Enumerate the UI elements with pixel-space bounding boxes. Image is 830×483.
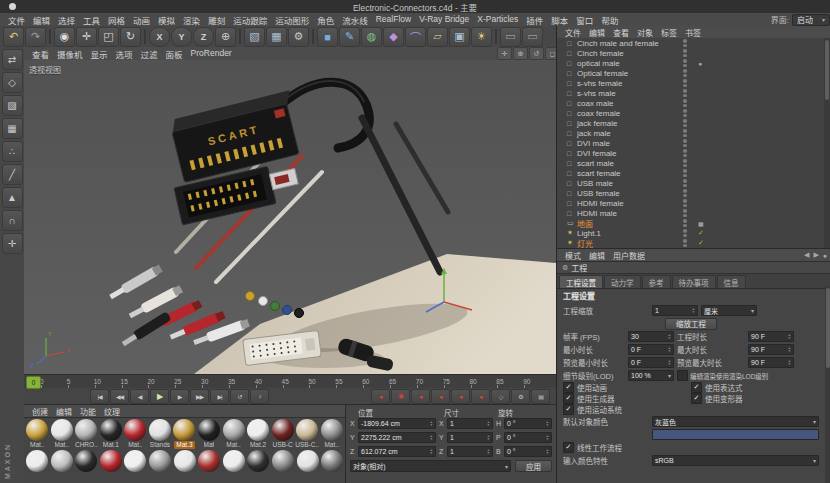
material-sphere-icon[interactable] — [321, 450, 343, 472]
z-axis-button[interactable]: Z — [193, 27, 214, 47]
viewport-menu-item[interactable]: 过滤 — [137, 48, 162, 60]
apple-menu-icon[interactable] — [9, 3, 16, 10]
menu-item[interactable]: 流水线 — [338, 14, 372, 26]
interface-select[interactable]: 启动 ▾ — [792, 14, 830, 26]
checkbox-icon[interactable] — [691, 393, 702, 404]
separator[interactable] — [239, 29, 241, 44]
menu-item[interactable]: 文件 — [4, 14, 29, 26]
stepper-arrows[interactable]: ▲▼ — [786, 334, 791, 340]
visibility-toggles[interactable] — [683, 189, 687, 197]
attribute-checkbox[interactable]: 使用动画 — [563, 382, 691, 393]
checkbox-icon[interactable] — [563, 382, 574, 393]
snap-icon[interactable]: ∩ — [2, 210, 23, 231]
separator[interactable] — [49, 29, 51, 44]
coordinate-system-icon[interactable]: ⊕ — [215, 27, 236, 47]
object-row[interactable]: □ coax female — [557, 108, 825, 118]
attribute-field[interactable]: 90 F▲▼ — [748, 331, 794, 342]
material-sphere-icon[interactable] — [198, 450, 220, 472]
visibility-toggles[interactable] — [683, 159, 687, 167]
visibility-toggles[interactable] — [683, 39, 687, 47]
material-swatch[interactable]: Mat.2 — [246, 419, 271, 449]
object-row[interactable]: □ HDMI female — [557, 198, 825, 208]
goto-end-button[interactable]: ▶| — [210, 389, 229, 404]
pan-view-icon[interactable]: ✛ — [497, 47, 512, 60]
visibility-toggles[interactable] — [683, 49, 687, 57]
object-row[interactable]: □ DVI female — [557, 148, 825, 158]
points-mode-icon[interactable]: ∴ — [2, 141, 23, 162]
material-sphere-icon[interactable] — [100, 450, 122, 472]
visibility-toggles[interactable] — [683, 119, 687, 127]
hud-button[interactable]: ▤ — [531, 389, 550, 404]
visibility-toggles[interactable] — [683, 109, 687, 117]
checkbox-icon[interactable] — [563, 404, 574, 415]
object-row[interactable]: □ USB female — [557, 188, 825, 198]
y-axis-button[interactable]: Y — [171, 27, 192, 47]
material-menu-item[interactable]: 编辑 — [52, 406, 76, 417]
stepper-arrows[interactable]: ▲▼ — [485, 435, 490, 441]
visibility-toggles[interactable] — [683, 149, 687, 157]
redo-icon[interactable]: ↷ — [25, 27, 46, 47]
stepper-arrows[interactable]: ▲▼ — [485, 449, 490, 455]
viewport-menu-item[interactable]: 面板 — [162, 48, 187, 60]
next-key-button[interactable]: ▶▶ — [190, 389, 209, 404]
material-menu-item[interactable]: 纹理 — [100, 406, 124, 417]
material-swatch[interactable]: Mat.1 — [99, 419, 124, 449]
menu-item[interactable]: RealFlow — [372, 14, 415, 26]
material-sphere-icon[interactable] — [272, 450, 294, 472]
object-row[interactable]: □ USB male — [557, 178, 825, 188]
viewport-canvas[interactable]: SCART — [24, 60, 556, 374]
material-sphere-icon[interactable] — [297, 450, 319, 472]
record-rotation-button[interactable]: ● — [451, 389, 470, 404]
material-sphere-icon[interactable] — [75, 450, 97, 472]
attribute-checkbox[interactable]: 使用表达式 — [691, 382, 819, 393]
stepper-arrows[interactable]: ▲▼ — [544, 435, 549, 441]
object-menu-item[interactable]: 文件 — [561, 27, 585, 38]
playback-settings-button[interactable]: ⚙ — [511, 389, 530, 404]
material-swatch[interactable]: Stands — [148, 419, 173, 449]
rotate-tool-icon[interactable]: ↻ — [120, 27, 141, 47]
prev-frame-button[interactable]: ◀ — [130, 389, 149, 404]
menu-item[interactable]: 工具 — [79, 14, 104, 26]
object-tag-icon[interactable]: ● — [698, 60, 702, 67]
visibility-toggles[interactable] — [683, 199, 687, 207]
attribute-menu-item[interactable]: 模式 — [561, 250, 585, 261]
stepper-arrows[interactable]: ▲▼ — [666, 334, 671, 340]
project-scale-unit-select[interactable]: 厘米 ▾ — [701, 305, 757, 316]
content-browser-icon[interactable]: ▭ — [522, 27, 543, 47]
add-cube-icon[interactable]: ■ — [317, 27, 338, 47]
attribute-checkbox[interactable]: 使用生成器 — [563, 393, 691, 404]
object-menu-item[interactable]: 标签 — [657, 27, 681, 38]
material-sphere-icon[interactable] — [223, 450, 245, 472]
attribute-field[interactable]: 90 F▲▼ — [748, 357, 794, 368]
attribute-checkbox[interactable]: 使用运动系统 — [563, 404, 691, 415]
record-parameter-button[interactable]: ● — [471, 389, 490, 404]
visibility-toggles[interactable] — [683, 169, 687, 177]
view-label[interactable]: 透视视图 — [29, 64, 61, 75]
object-manager-scrollbar[interactable] — [824, 38, 830, 248]
material-swatch[interactable]: Mat.. — [123, 419, 148, 449]
material-sphere-icon[interactable] — [124, 450, 146, 472]
material-swatch[interactable]: CHRO.. — [74, 419, 99, 449]
object-row[interactable]: □ Cinch male and female — [557, 38, 825, 48]
menu-item[interactable]: 帮助 — [597, 14, 622, 26]
history-forward-icon[interactable]: ▶ — [813, 251, 818, 259]
menu-item[interactable]: 渲染 — [179, 14, 204, 26]
menu-item[interactable]: 动画 — [129, 14, 154, 26]
visibility-toggles[interactable] — [683, 129, 687, 137]
rotate-view-icon[interactable]: ↺ — [529, 47, 544, 60]
texture-mode-icon[interactable]: ▨ — [2, 95, 23, 116]
edges-mode-icon[interactable]: ╱ — [2, 164, 23, 185]
material-swatch[interactable]: Mat.. — [319, 419, 344, 449]
record-scale-button[interactable]: ● — [431, 389, 450, 404]
viewport-3d[interactable]: SCART — [24, 60, 556, 374]
object-row[interactable]: □ coax male — [557, 98, 825, 108]
attribute-menu-item[interactable]: 编辑 — [585, 250, 609, 261]
visibility-toggles[interactable] — [683, 59, 687, 67]
viewport-menu-item[interactable]: 选项 — [112, 48, 137, 60]
menu-item[interactable]: 选择 — [54, 14, 79, 26]
move-tool-icon[interactable]: ✛ — [76, 27, 97, 47]
viewport-menu-item[interactable]: 查看 — [28, 48, 53, 60]
scale-tool-icon[interactable]: ◰ — [98, 27, 119, 47]
render-view-icon[interactable]: ▧ — [244, 27, 265, 47]
workplane-mode-icon[interactable]: ▦ — [2, 118, 23, 139]
